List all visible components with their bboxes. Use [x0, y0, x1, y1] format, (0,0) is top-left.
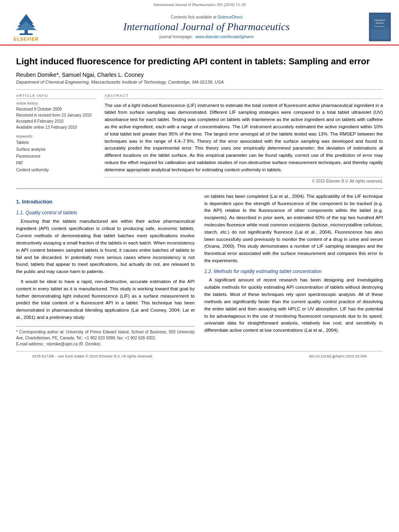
bottom-bar: 0378-5173/$ – see front matter © 2010 El…: [16, 351, 383, 361]
journal-cover-image: International Journal of Pharmaceutics: [369, 12, 391, 41]
copyright-line: © 2010 Elsevier B.V. All rights reserved…: [105, 177, 383, 183]
received-date: Received 9 October 2009: [16, 106, 97, 112]
body-para-1: Ensuring that the tablets manufactured a…: [16, 218, 195, 275]
svg-text:International: International: [374, 19, 385, 21]
svg-text:Pharmaceutics: Pharmaceutics: [374, 26, 385, 27]
subsection-1-2-heading: 1.2. Methods for rapidly estimating tabl…: [204, 268, 383, 275]
subsection-1-2-number: 1.2.: [204, 269, 212, 274]
journal-ref-text: International Journal of Pharmaceutics 3…: [154, 2, 246, 7]
body-para-2: It would be ideal to have a rapid, non-d…: [16, 278, 195, 321]
available-date: Available online 13 February 2010: [16, 124, 97, 130]
sciencedirect-line: Contents lists available at ScienceDirec…: [48, 15, 365, 19]
issn-text: 0378-5173/$ – see front matter © 2010 El…: [32, 354, 153, 358]
journal-header: ELSEVIER Contents lists available at Sci…: [0, 8, 399, 45]
homepage-label: journal homepage:: [159, 35, 193, 39]
article-title: Light induced fluorescence for predictin…: [16, 56, 383, 68]
keyword-5: Content uniformity: [16, 166, 97, 173]
article-info-panel: Article Info Article history: Received 9…: [16, 94, 97, 183]
homepage-link[interactable]: www.elsevier.com/locate/ijpharm: [195, 35, 254, 39]
sciencedirect-link[interactable]: ScienceDirect: [218, 15, 243, 19]
email-value: rdomike@upei.ca (R. Domike).: [46, 342, 101, 346]
keywords-list: Tablets Surface analysis Fluorescence PA…: [16, 139, 97, 173]
svg-rect-1: [20, 33, 33, 35]
body-columns: 1. Introduction 1.1. Quality control of …: [16, 188, 383, 347]
authors-text: Reuben Domike*, Samuel Ngai, Charles L. …: [16, 72, 144, 78]
journal-title: International Journal of Pharmaceutics: [48, 21, 365, 33]
right-para-1: on tablets has been completed (Lai et al…: [204, 193, 383, 265]
received-revised-date: Received in revised form 23 January 2010: [16, 112, 97, 118]
elsevier-wordmark: ELSEVIER: [14, 37, 39, 41]
article-content: Light induced fluorescence for predictin…: [0, 45, 399, 369]
keyword-4: PAT: [16, 160, 97, 166]
cover-thumbnail: International Journal of Pharmaceutics: [369, 12, 391, 41]
elsevier-logo: ELSEVIER: [8, 12, 44, 41]
article-affiliation: Department of Chemical Engineering, Mass…: [16, 80, 383, 84]
section-1-heading: 1. Introduction: [16, 198, 195, 206]
journal-homepage: journal homepage: www.elsevier.com/locat…: [48, 35, 365, 39]
body-left-column: 1. Introduction 1.1. Quality control of …: [16, 193, 195, 347]
history-label: Article history:: [16, 101, 97, 105]
keyword-2: Surface analysis: [16, 146, 97, 153]
cover-svg: International Journal of Pharmaceutics: [369, 12, 391, 41]
keywords-label: Keywords:: [16, 134, 97, 138]
body-right-column: on tablets has been completed (Lai et al…: [204, 193, 383, 347]
section-1-number: 1.: [16, 199, 21, 205]
subsection-1-1-heading: 1.1. Quality control of tablets: [16, 209, 195, 217]
svg-rect-10: [371, 29, 389, 39]
accepted-date: Accepted 8 February 2010: [16, 118, 97, 124]
subsection-1-2-title: Methods for rapidly estimating tablet co…: [214, 269, 321, 274]
keyword-3: Fluorescence: [16, 153, 97, 160]
email-label: E-mail address:: [16, 342, 44, 346]
footnote-star: * Corresponding author at: University of…: [16, 329, 195, 341]
doi-text: doi:10.1016/j.ijpharm.2010.02.009: [309, 354, 367, 358]
section-1-title: Introduction: [22, 199, 52, 205]
article-info-title: Article Info: [16, 94, 97, 99]
journal-reference: International Journal of Pharmaceutics 3…: [0, 0, 399, 8]
abstract-title: Abstract: [105, 94, 383, 99]
abstract-panel: Abstract The use of a light induced fluo…: [105, 94, 383, 183]
journal-title-block: Contents lists available at ScienceDirec…: [48, 15, 365, 39]
contents-available-text: Contents lists available at: [171, 15, 216, 19]
keyword-1: Tablets: [16, 139, 97, 146]
right-para-2: A significant amount of recent research …: [204, 277, 383, 334]
abstract-text: The use of a light induced fluorescence …: [105, 102, 383, 174]
elsevier-tree-icon: [10, 12, 42, 36]
article-meta-block: Article Info Article history: Received 9…: [16, 89, 383, 183]
footnote-email: E-mail address: rdomike@upei.ca (R. Domi…: [16, 341, 195, 347]
svg-text:Journal of: Journal of: [375, 22, 384, 24]
article-authors: Reuben Domike*, Samuel Ngai, Charles L. …: [16, 72, 383, 78]
footnote-block: * Corresponding author at: University of…: [16, 326, 195, 347]
subsection-1-1-title: Quality control of tablets: [25, 210, 77, 216]
subsection-1-1-number: 1.1.: [16, 210, 24, 216]
